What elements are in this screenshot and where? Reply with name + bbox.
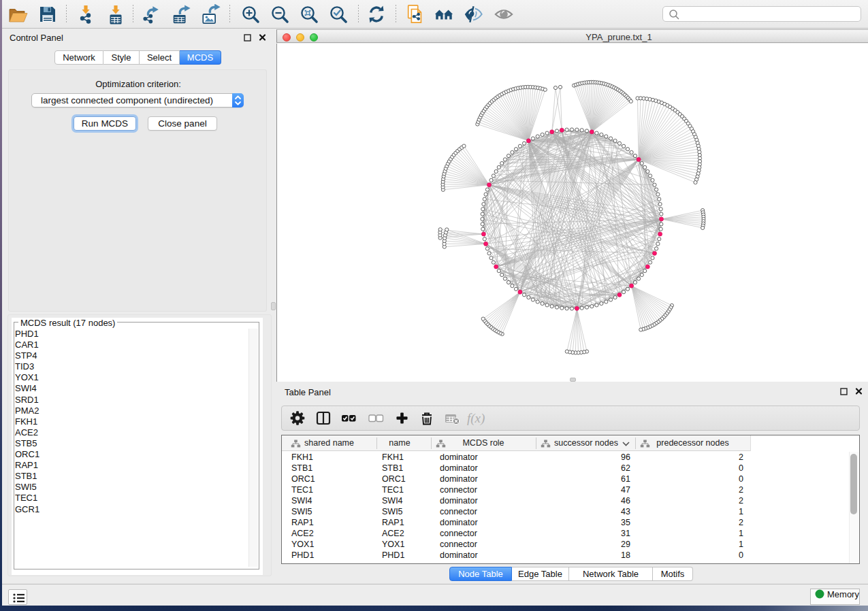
svg-text:f(x): f(x) (467, 411, 485, 426)
